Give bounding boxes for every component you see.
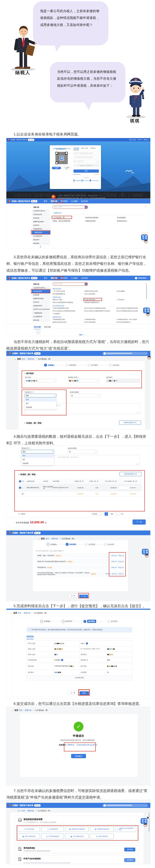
progress-query-link[interactable]: 我要查询－【办税进度及结果信息查询】 [67,744,98,746]
forgot-password-link[interactable]: 忘记密码 [94,174,99,175]
menu-item[interactable]: 居民企业所得税税前扣除凭证信息报告 [116,310,138,312]
tab-individual[interactable]: 自然人业务 [81,147,88,150]
dropdown-option-refund[interactable]: 退税 [21,454,54,458]
sidebar-item[interactable]: 我要办税 [32,282,50,286]
slider-handle[interactable]: ≫ [74,164,77,166]
region-pill[interactable]: 山东 [34,532,41,534]
carousel-dot-active[interactable] [79,335,82,335]
menu-item[interactable]: 土地增值税项目报告（拆分合并情形） [116,318,138,320]
menu-item[interactable]: 居民企业清算企业所得税事项信息报告 [84,307,106,309]
back-arrow-icon[interactable]: ← [38,538,40,540]
sidebar-item[interactable]: 核定管理 [32,238,50,241]
material-view-link[interactable]: 资料查看 [106,573,111,575]
dropdown-option-offset[interactable]: 抵欠 [25,402,56,405]
menu-item[interactable]: 跨区域涉税事项报告 [84,321,96,323]
menu-item[interactable]: 留抵退税撤回 [117,217,126,219]
back-button[interactable]: 返回 [17,358,21,361]
search-icon[interactable] [85,283,87,285]
scene-button[interactable]: ⌂即征即退退税 [17,826,40,832]
sidebar-item[interactable]: 综合信息报告 [32,213,50,216]
topbar-link-login[interactable]: “爱山东”登录 [129,139,136,141]
breadcrumb-home[interactable]: 首页 [18,612,22,614]
account-no-input[interactable] [106,379,140,382]
sidebar-item[interactable]: 证明开具 [32,301,50,304]
dropdown-option-refund[interactable]: 退税 [25,398,56,402]
user-pill[interactable]: ∨ [102,804,148,807]
nav-query[interactable]: 我要查询 [61,200,68,203]
refund-method-select[interactable]: 退税∧ [25,394,56,397]
gov-platform-login-link[interactable]: 政务服务网登录 [74,180,81,182]
prev-step-button[interactable]: 上一步 [69,594,77,597]
card3-query-button[interactable]: 立即查询 [124,858,135,862]
region-pill[interactable]: 山东 [28,139,34,141]
refund-method-select[interactable]: 退税∧ [21,450,54,454]
sidebar-item[interactable]: 乐企数字开放平台 [32,286,50,289]
menu-item[interactable]: 税库银电子缴税协议签订 [84,302,100,304]
cross-border-select[interactable]: 否∨ [68,450,98,454]
scene-button[interactable]: ▤增值税期末留抵退税 [90,826,114,832]
scene-button[interactable]: ▦代扣代缴税款退税 [65,834,89,839]
etax-app-button[interactable]: 电子税务局APP [52,167,61,169]
tab-enterprise[interactable]: 企业业务 [74,147,79,150]
nav-public[interactable]: 公众服务 [71,277,78,279]
next-step-button[interactable]: 下一步 [132,520,146,525]
scan-upload-link[interactable]: 扫码上传 [111,561,117,563]
local-upload-link[interactable]: 本地上传 [118,573,124,575]
sidebar-item[interactable]: 税费申报及缴纳 [32,297,50,300]
dropdown-option-offset-then-refund[interactable]: 先抵后退 [21,462,54,465]
menu-item[interactable]: 水资源税税源信息报告 [52,318,65,320]
close-icon[interactable]: × [145,206,146,208]
breadcrumb-home[interactable]: 首页 [22,810,25,812]
user-pill[interactable]: ∨ [135,277,148,279]
nav-query[interactable]: 我要查询 [61,277,68,279]
widget-close-dot[interactable] [147,817,149,818]
menu-item[interactable]: 合并分立情况报告 [84,293,95,295]
aishandong-login-link[interactable]: 爱山东APP登录 [81,180,90,182]
region-pill[interactable]: 山东 [34,352,41,355]
local-upload-link[interactable]: 本地上传 [118,555,124,557]
nav-tax[interactable]: 我要办税 [51,200,57,203]
close-icon[interactable]: × [129,629,130,630]
back-arrow-icon[interactable]: ← [14,358,16,360]
table-row[interactable]: ✓ 1 更正往期申报表产生 残疾人就业保障金 2019-01-01至2019-1… [18,484,142,491]
scan-upload-link[interactable]: 扫码上传 [111,567,117,568]
menu-item[interactable]: 存款账户账号报告 [84,299,95,301]
page-number[interactable]: 1 [105,512,108,516]
captcha-slider[interactable]: ≫ 请按住滑块，拖动到最右边 [74,164,99,167]
back-arrow-icon[interactable]: ← [10,612,12,614]
scan-upload-link[interactable]: 扫码上传 [111,555,117,557]
back-arrow-icon[interactable]: ← [12,709,13,711]
local-upload-link[interactable]: 本地上传 [118,561,124,563]
dropdown-option-offset-then-refund[interactable]: 先抵后退 [25,405,56,409]
search-input[interactable]: 请输入关键词 [52,206,88,209]
tab-agent[interactable]: 代理业务 [90,147,96,150]
nav-home[interactable]: 首页 [44,200,47,203]
bank-name-select[interactable]: ∨ [25,379,56,382]
password-select[interactable]: 个人用户密码∨ [74,160,99,163]
scan-upload-link[interactable]: 扫码上传 [112,573,117,575]
topbar-link-help[interactable]: 帮助中心 [144,139,149,141]
interaction-widget[interactable]: 征纳互动 [142,549,149,558]
scene-button[interactable]: ◇其他减免退库 [41,826,64,832]
credit-code-input[interactable]: 统一社会信用代码/纳税人识别号 [74,152,99,155]
breadcrumb-parent[interactable]: 我要办税 [27,810,34,812]
sidebar-item[interactable]: 证明开具 [32,224,50,227]
breadcrumb-parent[interactable]: 我要办税 [24,612,31,614]
back-button[interactable]: 返回 [17,810,21,812]
menu-item[interactable]: 居民企业适用企业所得税事项处理方式信息报... [84,310,111,312]
nav-local[interactable]: 地方特色 [81,277,88,279]
sidebar-item[interactable]: 其他事项申请 [32,227,50,230]
menu-item[interactable]: 居民企业核定类企业所得税事项信息报告 [52,310,75,312]
menu-item[interactable]: 文化事业建设费缴费信息报告 [52,307,69,309]
nav-public[interactable]: 公众服务 [71,200,78,203]
menu-item[interactable]: 石脑油、燃料油消费税退税 [52,220,70,222]
search-icon[interactable] [85,206,87,208]
account-input[interactable]: 居民身份证号码/手机号码/用户名 [74,156,99,159]
menu-item[interactable]: 扣缴义务人报告 [52,299,62,301]
sidebar-item[interactable]: 我要办税 [32,206,50,209]
sidebar-item[interactable]: 互联网平台企业涉税信息报送 [32,308,50,311]
chevron-right-icon[interactable]: › [142,331,142,334]
next-page-icon[interactable]: › [109,513,110,515]
nav-local[interactable]: 地方特色 [81,200,88,203]
login-button[interactable]: 登录 [74,169,99,173]
